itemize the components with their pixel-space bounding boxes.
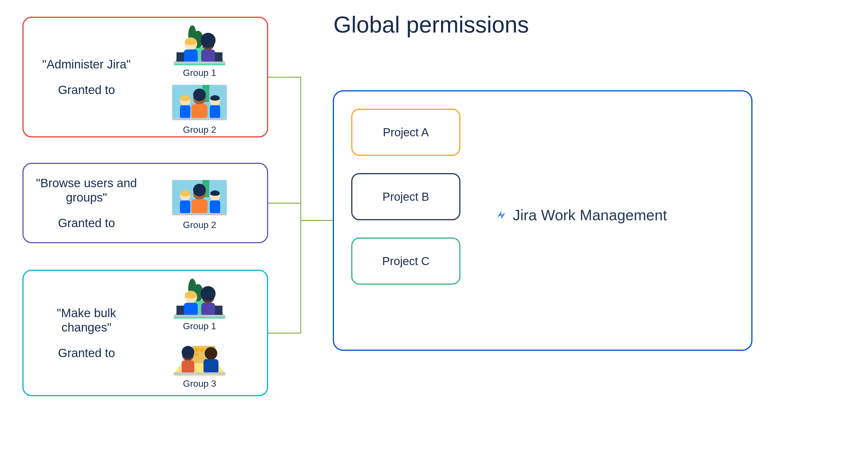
project-label: Project B — [382, 190, 429, 203]
svg-rect-13 — [180, 105, 190, 118]
svg-rect-19 — [172, 118, 227, 120]
svg-rect-46 — [182, 360, 194, 374]
project-label: Project A — [383, 126, 429, 139]
svg-rect-43 — [195, 353, 198, 356]
product-label: Jira Work Management — [495, 206, 667, 224]
group-illustration-icon — [156, 24, 243, 65]
group-illustration-icon — [156, 176, 243, 217]
group-label: Group 2 — [183, 220, 216, 230]
group-block: Group 1 — [156, 277, 243, 331]
permission-text: "Browse users and groups" Granted to — [32, 170, 141, 236]
svg-rect-35 — [184, 303, 198, 316]
connector-line — [268, 333, 300, 333]
svg-point-7 — [200, 33, 216, 48]
permission-text: "Administer Jira" Granted to — [32, 24, 141, 130]
group-label: Group 1 — [183, 321, 216, 331]
svg-point-37 — [200, 286, 216, 301]
group-block: Group 2 — [156, 176, 243, 230]
product-name: Jira Work Management — [513, 206, 667, 224]
group-block: Group 1 — [156, 24, 243, 78]
svg-rect-18 — [210, 105, 220, 118]
svg-rect-23 — [180, 200, 190, 214]
connector-line — [300, 220, 333, 221]
svg-point-25 — [193, 184, 206, 197]
permission-name: "Browse users and groups" — [32, 176, 141, 205]
connector-line — [268, 77, 300, 78]
connector-line — [300, 220, 301, 333]
granted-to-label: Granted to — [32, 83, 141, 97]
jira-work-management-icon — [495, 209, 507, 221]
permission-card-administer-jira: "Administer Jira" Granted to — [23, 17, 268, 138]
connector-line — [268, 203, 301, 204]
group-label: Group 3 — [183, 378, 216, 389]
svg-rect-5 — [184, 50, 198, 63]
page-title: Global permissions — [333, 11, 529, 38]
project-label: Project C — [382, 255, 430, 268]
svg-rect-28 — [210, 200, 220, 214]
project-c: Project C — [351, 237, 460, 285]
connector-line — [300, 77, 301, 220]
project-a: Project A — [351, 109, 460, 156]
permission-card-browse-users-groups: "Browse users and groups" Granted to — [23, 163, 268, 243]
granted-to-label: Granted to — [32, 216, 141, 230]
group-block: Group 3 — [156, 334, 243, 389]
group-label: Group 1 — [183, 67, 216, 78]
project-b: Project B — [351, 173, 460, 220]
svg-rect-41 — [195, 348, 198, 352]
svg-rect-8 — [201, 50, 215, 63]
permission-name: "Administer Jira" — [32, 57, 141, 71]
diagram-canvas: Global permissions "Administer Jira" Gra… — [0, 0, 868, 475]
svg-rect-16 — [191, 104, 208, 118]
svg-rect-9 — [174, 62, 225, 64]
svg-rect-49 — [174, 373, 225, 375]
permission-groups: Group 1 — [141, 24, 258, 130]
svg-rect-38 — [201, 303, 215, 316]
svg-point-45 — [182, 346, 194, 359]
granted-to-label: Granted to — [32, 346, 141, 360]
permission-card-make-bulk-changes: "Make bulk changes" Granted to — [23, 270, 268, 396]
svg-rect-39 — [174, 315, 225, 317]
svg-rect-26 — [191, 199, 208, 214]
product-container: Project A Project B Project C Jira Work … — [333, 90, 752, 351]
group-illustration-icon — [156, 81, 243, 122]
svg-rect-29 — [172, 213, 227, 215]
permission-name: "Make bulk changes" — [32, 306, 141, 335]
group-block: Group 2 — [156, 81, 243, 135]
svg-rect-42 — [200, 348, 204, 352]
svg-rect-48 — [204, 359, 218, 374]
group-label: Group 2 — [183, 124, 216, 135]
permission-text: "Make bulk changes" Granted to — [32, 276, 141, 389]
svg-point-15 — [193, 89, 206, 101]
permission-groups: Group 2 — [141, 170, 258, 236]
group-illustration-icon — [156, 277, 243, 319]
group-illustration-icon — [156, 334, 243, 376]
projects-list: Project A Project B Project C — [351, 109, 460, 285]
permission-groups: Group 1 — [141, 276, 258, 389]
svg-point-47 — [205, 347, 217, 360]
